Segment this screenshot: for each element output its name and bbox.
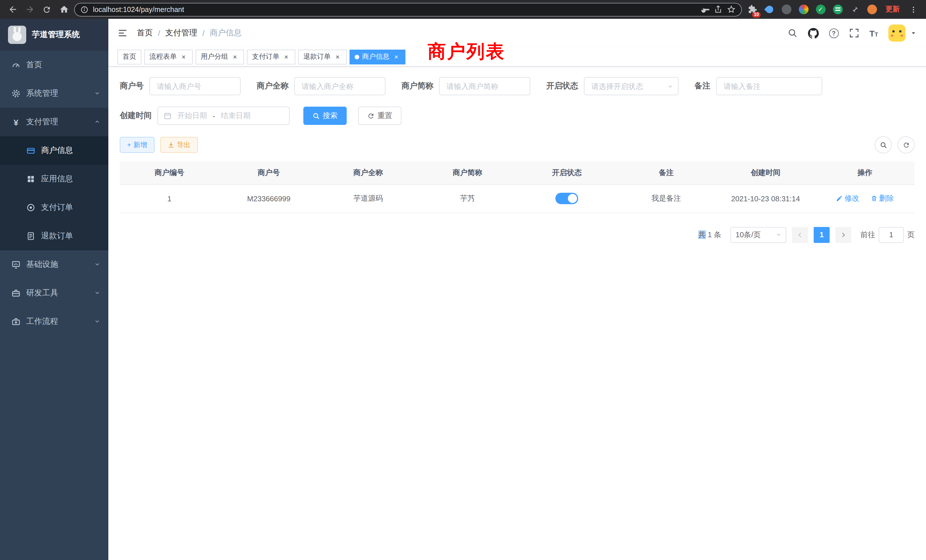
- github-icon[interactable]: [808, 28, 819, 38]
- sidebar-item-label: 首页: [26, 60, 42, 70]
- col-merchant-no: 商户号: [219, 161, 319, 184]
- back-button[interactable]: [6, 3, 20, 16]
- close-icon[interactable]: ×: [392, 53, 400, 61]
- tab-process-form[interactable]: 流程表单×: [144, 49, 193, 64]
- home-button[interactable]: [57, 3, 71, 16]
- extension-check-icon[interactable]: ✓: [814, 3, 828, 16]
- navbar-right: ? TT: [787, 24, 917, 42]
- add-button[interactable]: + 新增: [120, 137, 154, 153]
- date-start-placeholder[interactable]: 开始日期: [177, 110, 207, 121]
- sidebar-item-payment-orders[interactable]: 支付订单: [0, 193, 108, 222]
- next-page-button[interactable]: [835, 227, 851, 243]
- url-text[interactable]: localhost:1024/pay/merchant: [93, 5, 184, 14]
- chevron-down-icon: [94, 289, 100, 298]
- profile-avatar-icon[interactable]: [865, 3, 879, 16]
- col-create-time: 创建时间: [716, 161, 816, 184]
- extension-dark-icon[interactable]: [779, 3, 793, 16]
- tab-user-group[interactable]: 用户分组×: [195, 49, 244, 64]
- breadcrumb-home[interactable]: 首页: [137, 28, 153, 38]
- sidebar-item-infrastructure[interactable]: 基础设施: [0, 250, 108, 279]
- chrome-update-button[interactable]: 更新: [882, 3, 903, 16]
- forward-button[interactable]: [23, 3, 36, 16]
- remark-input[interactable]: [716, 77, 822, 95]
- fullscreen-icon[interactable]: [849, 28, 859, 38]
- chrome-menu-button[interactable]: [906, 3, 920, 16]
- extension-pin-icon[interactable]: [848, 3, 862, 16]
- app-logo[interactable]: 芋道管理系统: [0, 19, 108, 51]
- refresh-table-button[interactable]: [897, 136, 915, 153]
- user-avatar[interactable]: [888, 24, 905, 42]
- sidebar-item-home[interactable]: 首页: [0, 51, 108, 79]
- bookmark-star-icon[interactable]: [727, 5, 735, 14]
- reset-button[interactable]: 重置: [358, 107, 401, 125]
- extensions-puzzle-icon[interactable]: 10: [745, 3, 759, 16]
- main-area: 商户列表 首页 / 支付管理 / 商户信息 ? TT: [108, 19, 926, 560]
- search-button[interactable]: 搜索: [303, 107, 346, 125]
- full-name-input[interactable]: [294, 77, 386, 95]
- goto-page-input[interactable]: [879, 227, 904, 243]
- chevron-down-icon: [94, 317, 100, 326]
- edit-button[interactable]: 修改: [836, 193, 859, 204]
- toolbox-icon: [11, 289, 21, 298]
- help-icon[interactable]: ?: [829, 28, 838, 38]
- sidebar-item-merchant-info[interactable]: 商户信息: [0, 136, 108, 165]
- toggle-search-button[interactable]: [875, 136, 892, 153]
- create-time-label: 创建时间: [120, 110, 152, 121]
- magnifier-icon: [312, 112, 320, 120]
- date-end-placeholder[interactable]: 结束日期: [221, 110, 251, 121]
- sidebar-item-system[interactable]: 系统管理: [0, 79, 108, 108]
- extension-notes-icon[interactable]: [831, 3, 844, 16]
- extension-drop-icon[interactable]: [763, 3, 776, 16]
- close-icon[interactable]: ×: [180, 53, 188, 61]
- workflow-icon: [11, 317, 21, 326]
- sidebar-item-refund-orders[interactable]: 退款订单: [0, 222, 108, 250]
- tab-merchant-info[interactable]: 商户信息×: [350, 49, 406, 64]
- sidebar-item-app-info[interactable]: 应用信息: [0, 165, 108, 193]
- status-toggle[interactable]: [555, 193, 578, 204]
- date-range-picker[interactable]: 开始日期 - 结束日期: [157, 107, 290, 125]
- hamburger-button[interactable]: [118, 28, 128, 38]
- sidebar-menu: 首页 系统管理 ¥ 支付管理 商户信息 应用信: [0, 51, 108, 560]
- tab-payment-orders[interactable]: 支付订单×: [247, 49, 295, 64]
- chevron-up-icon: [94, 118, 100, 127]
- close-icon[interactable]: ×: [231, 53, 239, 61]
- tab-home[interactable]: 首页: [118, 49, 141, 64]
- password-key-icon[interactable]: [701, 5, 709, 14]
- app-title: 芋道管理系统: [32, 30, 80, 40]
- sidebar-item-dev-tools[interactable]: 研发工具: [0, 279, 108, 307]
- kebab-menu-icon: [909, 5, 917, 14]
- browser-chrome: localhost:1024/pay/merchant 10 ✓ 更新: [0, 0, 926, 19]
- delete-button[interactable]: 删除: [870, 193, 894, 204]
- breadcrumb-current: 商户信息: [210, 28, 242, 38]
- table-toolbar: + 新增 导出: [120, 136, 915, 153]
- page-size-select[interactable]: 10条/页: [731, 227, 786, 243]
- info-icon[interactable]: [80, 5, 88, 14]
- font-size-icon[interactable]: TT: [869, 28, 878, 38]
- prev-page-button[interactable]: [792, 227, 808, 243]
- close-icon[interactable]: ×: [282, 53, 290, 61]
- address-bar[interactable]: localhost:1024/pay/merchant: [74, 3, 742, 16]
- sidebar-item-payment[interactable]: ¥ 支付管理: [0, 108, 108, 136]
- merchant-no-label: 商户号: [120, 81, 144, 91]
- short-name-input[interactable]: [439, 77, 530, 95]
- grid-icon: [26, 174, 35, 184]
- search-icon[interactable]: [787, 28, 797, 38]
- refresh-button[interactable]: [40, 3, 54, 16]
- merchant-no-input[interactable]: [150, 77, 241, 95]
- breadcrumb-payment[interactable]: 支付管理: [165, 28, 197, 38]
- page-number-1[interactable]: 1: [814, 227, 830, 243]
- plus-icon: +: [127, 141, 131, 149]
- sidebar-item-label: 工作流程: [26, 316, 58, 327]
- gear-icon: [11, 89, 21, 98]
- sidebar-item-workflow[interactable]: 工作流程: [0, 307, 108, 336]
- share-icon[interactable]: [714, 5, 722, 14]
- export-button[interactable]: 导出: [160, 137, 198, 153]
- close-icon[interactable]: ×: [334, 53, 342, 61]
- tab-refund-orders[interactable]: 退款订单×: [298, 49, 346, 64]
- cell-merchant-no: M233666999: [219, 184, 319, 213]
- sidebar-item-label: 支付订单: [41, 203, 73, 213]
- status-select[interactable]: [584, 77, 679, 95]
- extension-avatar-icon[interactable]: [797, 3, 810, 16]
- caret-down-icon[interactable]: [910, 30, 917, 36]
- magnifier-icon: [879, 141, 887, 148]
